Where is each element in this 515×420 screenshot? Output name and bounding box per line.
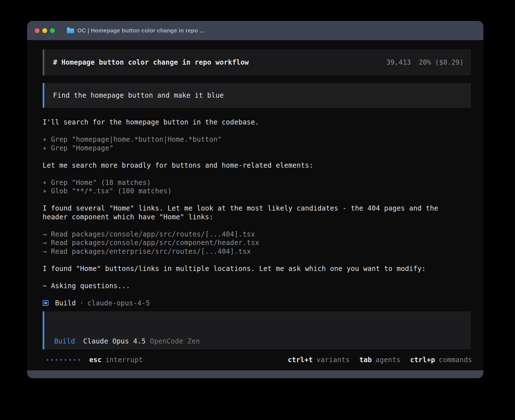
window-bottom-chrome	[27, 370, 483, 378]
asking-status: ~ Asking questions...	[43, 282, 471, 290]
tool-call-read: → Read packages/console/app/src/componen…	[43, 239, 471, 247]
user-message-text: Find the homepage button and make it blu…	[53, 91, 224, 99]
shortcut-key: tab	[359, 356, 372, 364]
assistant-transcript: I'll search for the homepage button in t…	[43, 118, 471, 307]
tool-call-glob: ∗ Glob "**/*.tsx" (100 matches)	[43, 187, 471, 196]
folder-icon	[67, 29, 74, 33]
session-title: # Homepage button color change in repo w…	[53, 58, 249, 66]
session-stats: 39,413 20% ($0.29)	[386, 58, 464, 66]
assistant-paragraph: Let me search more broadly for buttons a…	[43, 161, 471, 170]
tool-call-grep: ∗ Grep "Home" (18 matches)	[43, 178, 471, 187]
shortcut-key: ctrl+p	[410, 356, 435, 364]
tool-call-group: ∗ Grep "Home" (18 matches) ∗ Glob "**/*.…	[43, 178, 471, 196]
assistant-paragraph: I found several "Home" links. Let me loo…	[43, 204, 471, 221]
esc-key-hint: esc	[89, 356, 102, 364]
assistant-paragraph: I found "Home" buttons/links in multiple…	[43, 264, 471, 273]
input-provider: OpenCode Zen	[150, 337, 200, 345]
shortcut-agents: tab agents	[359, 356, 401, 364]
esc-key-label: interrupt	[105, 356, 143, 364]
shortcut-commands: ctrl+p commands	[410, 356, 472, 364]
user-message: Find the homepage button and make it blu…	[43, 83, 471, 108]
input-meta: Build Claude Opus 4.5 OpenCode Zen	[54, 337, 200, 345]
tool-call-grep: ∗ Grep "homepage|home.*button|Home.*butt…	[43, 135, 471, 144]
shortcut-key: ctrl+t	[288, 356, 313, 364]
window-controls	[35, 28, 55, 33]
tool-call-read: → Read packages/enterprise/src/routes/[.…	[43, 247, 471, 256]
agent-build-icon	[43, 300, 49, 306]
shortcut-label: variants	[317, 356, 350, 364]
tool-call-group: ∗ Grep "homepage|home.*button|Home.*butt…	[43, 135, 471, 152]
context-cost: 20% ($0.29)	[419, 58, 464, 66]
spinner-dots-icon	[47, 359, 80, 361]
separator-dot: ·	[80, 299, 84, 308]
paragraph-line: header component which have "Home" links…	[43, 213, 471, 222]
shortcut-variants: ctrl+t variants	[288, 356, 350, 364]
window-title-group: OC | Homepage button color change in rep…	[67, 27, 204, 34]
tool-call-read: → Read packages/console/app/src/routes/[…	[43, 230, 471, 239]
shortcut-label: commands	[439, 356, 472, 364]
shortcut-label: agents	[376, 356, 401, 364]
close-button[interactable]	[35, 28, 40, 33]
agent-status-row: Build · claude-opus-4-5	[43, 299, 471, 308]
window-titlebar[interactable]: OC | Homepage button color change in rep…	[27, 21, 483, 40]
status-bar: esc interrupt ctrl+t variants tab agents…	[27, 349, 483, 370]
token-count: 39,413	[386, 58, 411, 66]
agent-model: claude-opus-4-5	[88, 299, 150, 308]
paragraph-line: I found several "Home" links. Let me loo…	[43, 204, 471, 213]
zoom-button[interactable]	[50, 28, 55, 33]
agent-name: Build	[55, 299, 76, 308]
status-bar-left: esc interrupt	[47, 356, 143, 364]
session-header: # Homepage button color change in repo w…	[43, 49, 471, 75]
tool-call-group: → Read packages/console/app/src/routes/[…	[43, 230, 471, 256]
prompt-input[interactable]: Build Claude Opus 4.5 OpenCode Zen	[43, 311, 471, 349]
terminal-window: OC | Homepage button color change in rep…	[27, 21, 483, 378]
terminal-content: # Homepage button color change in repo w…	[27, 40, 483, 349]
input-mode: Build	[54, 337, 75, 345]
window-title: OC | Homepage button color change in rep…	[77, 27, 204, 34]
minimize-button[interactable]	[42, 28, 47, 33]
tool-call-grep: ∗ Grep "Homepage"	[43, 144, 471, 153]
assistant-paragraph: I'll search for the homepage button in t…	[43, 118, 471, 127]
status-bar-right: ctrl+t variants tab agents ctrl+p comman…	[278, 356, 472, 364]
input-model: Claude Opus 4.5	[83, 337, 146, 345]
